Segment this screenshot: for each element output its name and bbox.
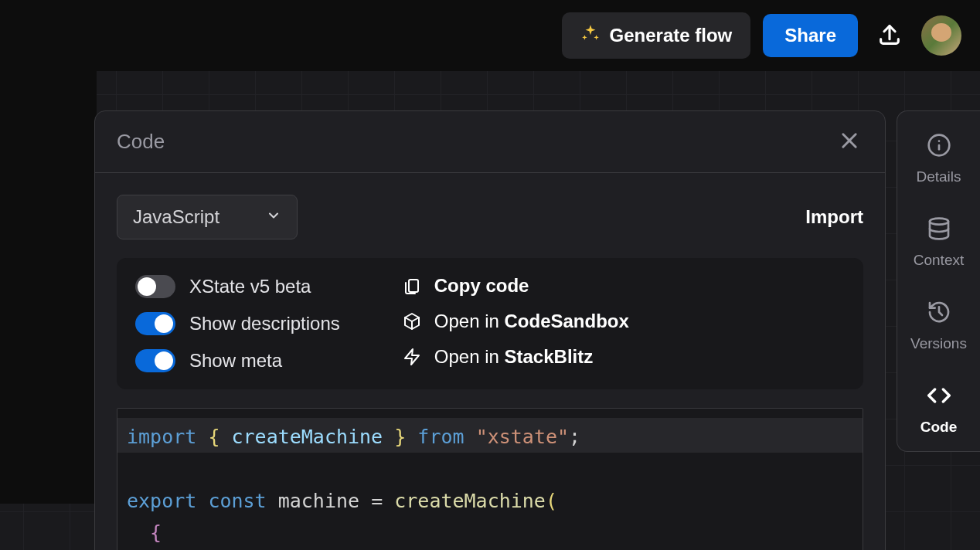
export-button[interactable] [870, 15, 909, 56]
generate-flow-button[interactable]: Generate flow [562, 12, 751, 59]
info-icon [927, 133, 951, 161]
right-sidebar: Details Context Versions [897, 110, 980, 452]
panel-title: Code [117, 130, 165, 154]
import-button[interactable]: Import [805, 206, 863, 228]
code-line-2 [127, 453, 853, 484]
svg-point-8 [930, 219, 948, 225]
sidebar-context-label: Context [914, 252, 964, 269]
toggle-xstate-v5-switch[interactable] [135, 275, 175, 298]
copy-code-action[interactable]: Copy code [402, 275, 629, 297]
sparkle-icon [580, 23, 601, 48]
top-bar: Generate flow Share [0, 0, 980, 71]
open-codesandbox-action[interactable]: Open in CodeSandbox [402, 311, 629, 332]
svg-marker-4 [405, 349, 419, 365]
canvas-dark-region [0, 71, 97, 504]
copy-code-label: Copy code [434, 275, 529, 297]
open-codesandbox-label: Open in CodeSandbox [434, 311, 629, 332]
close-icon [839, 142, 860, 154]
toggle-show-descriptions-label: Show descriptions [189, 313, 340, 334]
export-icon [876, 22, 903, 50]
code-panel: Code JavaScript Import [94, 110, 886, 550]
stackblitz-icon [402, 347, 422, 367]
sidebar-item-code[interactable]: Code [897, 380, 980, 439]
sidebar-code-label: Code [920, 419, 958, 436]
toggle-knob [155, 351, 173, 370]
toggle-xstate-v5: XState v5 beta [135, 275, 340, 298]
generate-flow-label: Generate flow [610, 25, 733, 46]
sidebar-versions-label: Versions [910, 335, 967, 352]
language-select-label: JavaScript [133, 206, 219, 228]
toggle-show-meta: Show meta [135, 349, 340, 372]
database-icon [927, 216, 951, 244]
toggle-xstate-v5-label: XState v5 beta [189, 276, 311, 297]
code-line-1: import { createMachine } from "xstate"; [117, 418, 863, 453]
code-line-3: export const machine = createMachine( [127, 485, 853, 517]
toggles-column: XState v5 beta Show descriptions Show me… [135, 275, 340, 372]
svg-rect-3 [409, 280, 418, 292]
sidebar-details-label: Details [916, 168, 961, 185]
open-stackblitz-label: Open in StackBlitz [434, 346, 593, 368]
open-stackblitz-action[interactable]: Open in StackBlitz [402, 346, 629, 368]
toggle-knob [138, 277, 156, 296]
user-avatar[interactable] [921, 15, 961, 56]
toggle-show-descriptions-switch[interactable] [135, 312, 175, 335]
panel-body: JavaScript Import XState v5 beta [95, 173, 885, 550]
sidebar-item-context[interactable]: Context [897, 213, 980, 272]
panel-top-row: JavaScript Import [117, 195, 863, 239]
options-box: XState v5 beta Show descriptions Show me… [117, 258, 863, 389]
close-button[interactable] [835, 127, 863, 157]
sidebar-item-details[interactable]: Details [897, 130, 980, 188]
clipboard-icon [402, 276, 422, 296]
chevron-down-icon [266, 208, 281, 226]
actions-column: Copy code Open in CodeSandbox [402, 275, 629, 372]
code-icon [927, 383, 951, 411]
history-icon [927, 300, 951, 328]
toggle-knob [155, 314, 173, 333]
toggle-show-meta-switch[interactable] [135, 349, 175, 372]
code-editor[interactable]: import { createMachine } from "xstate"; … [117, 408, 863, 550]
language-select[interactable]: JavaScript [117, 195, 298, 239]
panel-header: Code [95, 111, 885, 173]
share-label: Share [784, 25, 836, 46]
share-button[interactable]: Share [763, 14, 858, 57]
codesandbox-icon [402, 311, 422, 331]
toggle-show-descriptions: Show descriptions [135, 312, 340, 335]
code-line-4: { [127, 517, 853, 548]
toggle-show-meta-label: Show meta [189, 350, 282, 372]
sidebar-item-versions[interactable]: Versions [897, 297, 980, 355]
